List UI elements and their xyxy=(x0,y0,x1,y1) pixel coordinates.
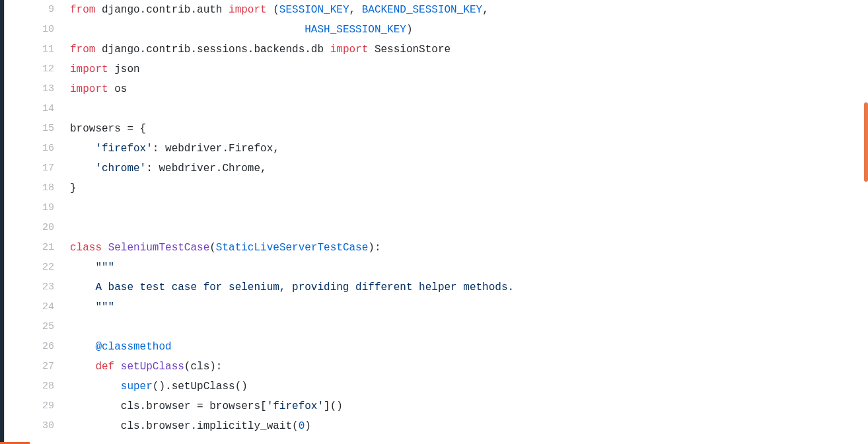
code-token: BACKEND_SESSION_KEY xyxy=(362,4,482,16)
code-area[interactable]: 9from django.contrib.auth import (SESSIO… xyxy=(11,0,863,444)
code-line[interactable]: 30 cls.browser.implicitly_wait(0) xyxy=(11,416,863,436)
code-content[interactable]: 'chrome': webdriver.Chrome, xyxy=(70,159,863,178)
code-line[interactable]: 15browsers = { xyxy=(11,119,863,139)
code-line[interactable]: 12import json xyxy=(11,59,863,79)
code-token: : webdriver.Chrome, xyxy=(146,163,266,174)
code-content[interactable]: class SeleniumTestCase(StaticLiveServerT… xyxy=(70,238,863,258)
line-number[interactable]: 13 xyxy=(11,79,70,99)
code-line[interactable]: 29 cls.browser = browsers['firefox']() xyxy=(11,396,863,416)
code-line[interactable]: 21class SeleniumTestCase(StaticLiveServe… xyxy=(11,238,863,258)
code-line[interactable]: 27 def setUpClass(cls): xyxy=(11,357,863,377)
code-token: 'firefox' xyxy=(95,143,152,155)
code-line[interactable]: 13import os xyxy=(11,79,863,99)
line-number[interactable]: 12 xyxy=(11,59,70,79)
code-line[interactable]: 18} xyxy=(11,178,863,198)
line-number[interactable]: 17 xyxy=(11,159,70,178)
code-token xyxy=(70,381,121,392)
code-token xyxy=(70,163,95,174)
code-token: class xyxy=(70,242,102,254)
code-line[interactable]: 26 @classmethod xyxy=(11,337,863,357)
code-line[interactable]: 17 'chrome': webdriver.Chrome, xyxy=(11,159,863,178)
code-content[interactable]: """ xyxy=(70,297,863,317)
line-number[interactable]: 20 xyxy=(11,218,70,238)
line-number[interactable]: 30 xyxy=(11,416,70,436)
code-line[interactable]: 22 """ xyxy=(11,258,863,278)
code-content[interactable]: from django.contrib.auth import (SESSION… xyxy=(70,0,863,20)
line-number[interactable]: 16 xyxy=(11,139,70,159)
code-content[interactable]: cls.browser.implicitly_wait(0) xyxy=(70,416,863,436)
code-line[interactable]: 14 xyxy=(11,99,863,119)
code-line[interactable]: 28 super().setUpClass() xyxy=(11,377,863,396)
code-line[interactable]: 19 xyxy=(11,198,863,218)
code-token: 0 xyxy=(299,420,305,432)
code-line[interactable]: 25 xyxy=(11,317,863,337)
code-content[interactable]: browsers = { xyxy=(70,119,863,139)
code-line[interactable]: 9from django.contrib.auth import (SESSIO… xyxy=(11,0,863,20)
code-content[interactable]: from django.contrib.sessions.backends.db… xyxy=(70,40,863,59)
code-line[interactable]: 11from django.contrib.sessions.backends.… xyxy=(11,40,863,59)
code-token: browsers = { xyxy=(70,123,146,135)
code-token: : webdriver.Firefox, xyxy=(153,143,279,155)
line-number[interactable]: 27 xyxy=(11,357,70,377)
code-token: """ xyxy=(95,262,114,274)
line-number[interactable]: 23 xyxy=(11,278,70,297)
code-token xyxy=(70,301,95,313)
code-content[interactable]: } xyxy=(70,178,863,198)
code-token: ) xyxy=(305,420,311,432)
code-content[interactable]: import json xyxy=(70,59,863,79)
line-number[interactable]: 24 xyxy=(11,297,70,317)
line-number[interactable]: 25 xyxy=(11,317,70,337)
line-number[interactable]: 11 xyxy=(11,40,70,59)
code-line[interactable]: 23 A base test case for selenium, provid… xyxy=(11,278,863,297)
vertical-scrollbar-thumb[interactable] xyxy=(864,102,868,182)
code-line[interactable]: 16 'firefox': webdriver.Firefox, xyxy=(11,139,863,159)
code-token: json xyxy=(108,63,140,75)
code-token: StaticLiveServerTestCase xyxy=(216,242,368,254)
code-line[interactable]: 20 xyxy=(11,218,863,238)
line-number[interactable]: 19 xyxy=(11,198,70,218)
code-content[interactable]: HASH_SESSION_KEY) xyxy=(70,20,863,40)
code-token: ): xyxy=(368,242,380,254)
code-token: ( xyxy=(267,4,279,16)
line-number[interactable]: 14 xyxy=(11,99,70,119)
code-content[interactable]: cls.browser = browsers['firefox']() xyxy=(70,396,863,416)
line-number[interactable]: 15 xyxy=(11,119,70,139)
code-token: django.contrib.auth xyxy=(95,4,229,16)
code-token: ( xyxy=(209,242,216,254)
line-number[interactable]: 9 xyxy=(11,0,70,20)
code-content[interactable]: 'firefox': webdriver.Firefox, xyxy=(70,139,863,159)
code-line[interactable]: 24 """ xyxy=(11,297,863,317)
code-content[interactable]: A base test case for selenium, providing… xyxy=(70,278,863,297)
code-content[interactable]: import os xyxy=(70,79,863,99)
code-token: import xyxy=(70,83,108,95)
code-content[interactable]: super().setUpClass() xyxy=(70,377,863,396)
code-token: """ xyxy=(95,301,114,313)
code-content[interactable] xyxy=(70,218,863,238)
code-content[interactable] xyxy=(70,99,863,119)
code-token: import xyxy=(229,4,267,16)
code-token: } xyxy=(70,182,77,194)
code-content[interactable]: """ xyxy=(70,258,863,278)
code-token xyxy=(70,24,305,36)
code-token xyxy=(70,262,95,274)
code-line[interactable]: 10 HASH_SESSION_KEY) xyxy=(11,20,863,40)
line-number[interactable]: 22 xyxy=(11,258,70,278)
code-token: SESSION_KEY xyxy=(279,4,349,16)
line-number[interactable]: 10 xyxy=(11,20,70,40)
code-token: import xyxy=(70,63,108,75)
code-content[interactable]: @classmethod xyxy=(70,337,863,357)
line-number[interactable]: 29 xyxy=(11,396,70,416)
line-number[interactable]: 26 xyxy=(11,337,70,357)
line-number[interactable]: 28 xyxy=(11,377,70,396)
gutter-border xyxy=(4,0,9,444)
code-token: import xyxy=(330,44,369,56)
line-number[interactable]: 21 xyxy=(11,238,70,258)
line-number[interactable]: 18 xyxy=(11,178,70,198)
code-token: ) xyxy=(406,24,413,36)
code-content[interactable]: def setUpClass(cls): xyxy=(70,357,863,377)
code-content[interactable] xyxy=(70,198,863,218)
code-token: setUpClass xyxy=(121,361,184,373)
code-token xyxy=(70,361,95,373)
code-content[interactable] xyxy=(70,317,863,337)
code-token xyxy=(102,242,108,254)
